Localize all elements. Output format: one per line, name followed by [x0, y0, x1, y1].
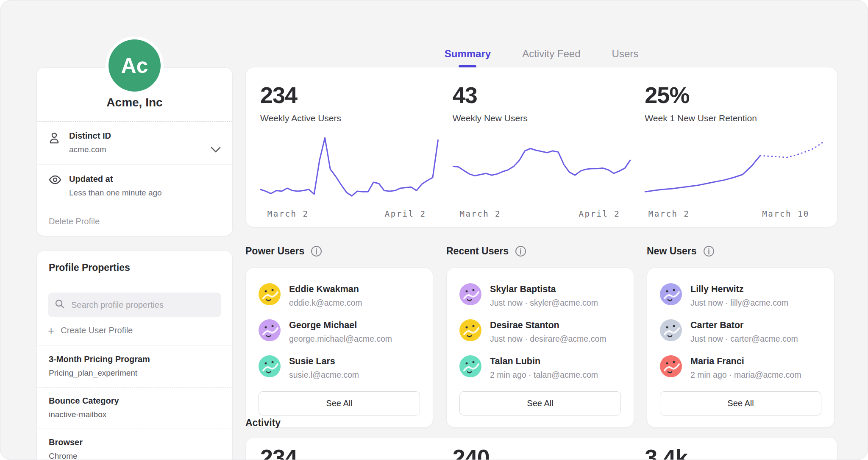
user-meta: Just now · lilly@acme.com [690, 298, 788, 308]
user-meta: 2 min ago · maria@acme.com [690, 370, 801, 380]
see-all-button[interactable]: See All [459, 391, 621, 415]
search-icon [55, 299, 65, 311]
property-value: Chrome [49, 452, 220, 460]
stat-value: 234 [260, 82, 438, 108]
eye-icon [49, 174, 61, 198]
user-avatar [459, 283, 481, 305]
user-row[interactable]: George Michael george.michael@acme.com [259, 319, 420, 344]
user-name: Susie Lars [289, 355, 359, 367]
field-label: Distinct ID [69, 131, 111, 141]
stat-weekly-new-users: 43 Weekly New Users March 2 April 2 [453, 67, 631, 227]
user-list: Lilly Herwitz Just now · lilly@acme.com [660, 283, 821, 380]
recent-users-card: Skylar Baptista Just now · skyler@acme.c… [446, 268, 634, 428]
stat-value: 25% [645, 82, 823, 108]
user-list: Eddie Kwakman eddie.k@acme.com [259, 283, 420, 380]
axis-tick: March 10 [762, 209, 810, 218]
info-icon[interactable] [311, 245, 322, 257]
stat-label: Weekly New Users [453, 113, 631, 123]
profile-field-updated-at: Updated at Less than one minute ago [37, 165, 232, 208]
section-heading: New Users [647, 245, 835, 257]
user-avatar [459, 319, 481, 341]
search-input[interactable] [70, 300, 214, 310]
user-list: Skylar Baptista Just now · skyler@acme.c… [459, 283, 621, 380]
user-row[interactable]: Lilly Herwitz Just now · lilly@acme.com [660, 283, 821, 308]
property-name: 3-Month Pricing Program [49, 354, 220, 364]
sparkline-weekly-new-users [453, 135, 631, 200]
sparkline-week1-retention [645, 135, 823, 200]
tab[interactable]: Activity Feed [521, 46, 581, 67]
create-user-profile-button[interactable]: + Create User Profile [48, 326, 221, 335]
create-user-profile-label: Create User Profile [61, 326, 133, 335]
property-value: inactive-mailbox [49, 410, 220, 419]
user-avatar [259, 355, 281, 377]
sparkline-weekly-active-users [260, 135, 438, 200]
field-label: Updated at [69, 174, 162, 184]
user-avatar [459, 355, 481, 377]
stat-label: Week 1 New User Retention [645, 113, 823, 123]
stat-weekly-active-users: 234 Weekly Active Users March 2 April 2 [260, 67, 438, 227]
user-avatar [660, 319, 682, 341]
new-users-section: New Users [647, 245, 835, 428]
stat-week1-retention: 25% Week 1 New User Retention March 2 Ma… [645, 67, 823, 227]
user-meta: Just now · carter@acme.com [690, 334, 798, 344]
profile-properties-title: Profile Properties [37, 251, 232, 283]
user-meta: susie.l@acme.com [289, 370, 359, 380]
axis-tick: March 2 [648, 209, 690, 218]
delete-profile-button[interactable]: Delete Profile [37, 208, 232, 237]
user-row[interactable]: Maria Franci 2 min ago · maria@acme.com [660, 355, 821, 380]
axis-tick: March 2 [267, 209, 309, 218]
property-name: Bounce Category [49, 396, 220, 406]
profile-field-distinct-id: Distinct ID acme.com [37, 122, 232, 164]
user-meta: eddie.k@acme.com [289, 298, 362, 308]
user-name: Lilly Herwitz [690, 283, 788, 295]
user-meta: george.michael@acme.com [289, 334, 392, 344]
tabs-bar: SummaryActivity FeedUsers [245, 46, 837, 67]
recent-users-section: Recent Users [446, 245, 634, 428]
profile-properties-search [48, 293, 221, 317]
user-avatar [660, 355, 682, 377]
company-avatar-initials: Ac [108, 39, 161, 92]
see-all-button[interactable]: See All [259, 391, 420, 415]
user-meta: 2 min ago · talan@acme.com [490, 370, 598, 380]
user-row[interactable]: Talan Lubin 2 min ago · talan@acme.com [459, 355, 621, 380]
plus-icon: + [48, 326, 54, 335]
app-frame: Ac Acme, Inc Distinct ID acme.com [0, 0, 868, 460]
user-name: Skylar Baptista [490, 283, 598, 295]
see-all-button[interactable]: See All [660, 391, 821, 415]
person-icon [49, 131, 61, 154]
user-name: Eddie Kwakman [289, 283, 362, 295]
user-row[interactable]: Skylar Baptista Just now · skyler@acme.c… [459, 283, 621, 308]
user-name: Maria Franci [690, 355, 801, 367]
activity-stat: 240 [453, 444, 631, 460]
summary-card: 234 Weekly Active Users March 2 April 2 … [245, 67, 837, 227]
stat-value: 43 [453, 82, 631, 108]
property-row[interactable]: 3-Month Pricing Program Pricing_plan_exp… [37, 346, 232, 388]
user-name: Desirae Stanton [490, 319, 606, 331]
activity-stat: 234 [260, 444, 438, 460]
user-name: Talan Lubin [490, 355, 598, 367]
chevron-down-icon[interactable] [210, 146, 221, 153]
user-row[interactable]: Carter Bator Just now · carter@acme.com [660, 319, 821, 344]
activity-card: 2342403.4k [245, 437, 837, 460]
property-list: 3-Month Pricing Program Pricing_plan_exp… [37, 346, 232, 460]
property-name: Browser [49, 438, 220, 447]
property-row[interactable]: Bounce Category inactive-mailbox [37, 388, 232, 429]
info-icon[interactable] [515, 245, 526, 257]
info-icon[interactable] [703, 245, 715, 257]
user-row[interactable]: Desirae Stanton Just now · desirare@acme… [459, 319, 621, 344]
property-row[interactable]: Browser Chrome [37, 429, 232, 460]
tab[interactable]: Users [611, 46, 640, 67]
axis-tick: April 2 [385, 209, 426, 218]
user-meta: Just now · desirare@acme.com [490, 334, 606, 344]
user-avatar [259, 319, 281, 341]
activity-stat: 3.4k [645, 444, 823, 460]
x-axis: March 2 March 10 [645, 209, 823, 222]
user-name: George Michael [289, 319, 392, 331]
profile-properties-card: Profile Properties + Create User Profile… [36, 251, 233, 460]
user-avatar [660, 283, 682, 305]
user-row[interactable]: Eddie Kwakman eddie.k@acme.com [259, 283, 420, 308]
tab[interactable]: Summary [444, 46, 492, 67]
company-avatar: Ac [106, 36, 164, 95]
power-users-card: Eddie Kwakman eddie.k@acme.com [245, 268, 433, 428]
user-row[interactable]: Susie Lars susie.l@acme.com [259, 355, 420, 380]
